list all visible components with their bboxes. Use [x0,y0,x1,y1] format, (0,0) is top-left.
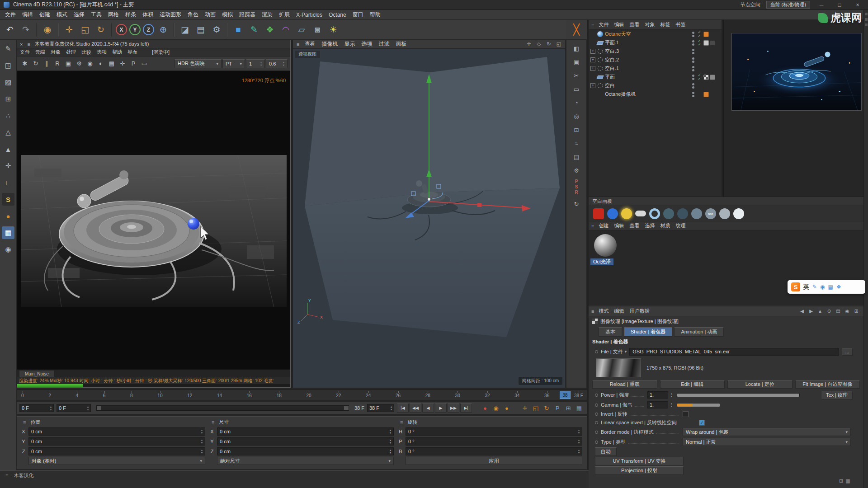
axis-x-icon[interactable]: X [116,24,127,35]
mat-menu-创建[interactable]: 创建 [596,222,611,229]
tex-button[interactable]: Tex | 纹理 [821,391,853,399]
visibility-dots[interactable] [691,57,695,63]
group-menu-icon[interactable]: ≡ [210,419,216,425]
object-row[interactable]: Octane摄像机 [589,90,722,99]
glossy-sphere-icon[interactable] [719,208,730,219]
anim-dot-icon[interactable] [595,421,598,424]
edit-button[interactable]: Edit | 编辑 [660,380,725,389]
clip-view-icon[interactable]: ✂ [571,70,582,80]
viewport-menu-查看[interactable]: 查看 [301,40,318,48]
goto-end-button[interactable]: ▶| [460,404,472,413]
layout-panel-icon[interactable]: ▦ [845,478,850,484]
border-mode-select[interactable]: Wrap around | 包裹▾ [683,428,851,436]
live-selection-icon[interactable]: ◉ [40,23,55,37]
enable-axis-icon[interactable]: ✛ [2,160,14,172]
object-name[interactable]: Octane天空 [605,31,689,38]
render-tab-main[interactable]: Main_Noise [19,370,55,377]
browse-button[interactable]: ... [842,348,853,356]
frame-tick[interactable]: 6 [103,390,106,400]
object-row[interactable]: +空白.1 [589,64,722,73]
axis-y-icon[interactable]: Y [129,24,141,35]
light-icon[interactable]: ☀ [326,23,340,37]
om-menu-书签[interactable]: 书签 [673,21,688,28]
viewport-label[interactable]: 透视视图 [295,51,320,58]
attr-menu-用户数据[interactable]: 用户数据 [627,308,652,314]
auto-button[interactable]: 自动 [595,447,617,456]
mat-menu-选择[interactable]: 选择 [642,222,657,229]
material-menu-icon[interactable]: ≡ [590,223,596,229]
current-frame-field[interactable]: 0 F▴▾ [57,404,91,412]
anim-dot-icon[interactable] [595,394,598,397]
frame-tick[interactable]: 18 [277,390,282,400]
object-row[interactable]: 平面✓✓ [589,73,722,81]
exposure-icon[interactable]: ◎ [571,111,582,121]
menu-帮助[interactable]: 帮助 [367,11,384,19]
lv-picking-icon[interactable]: ✛ [118,59,127,69]
lv-menu-选项[interactable]: 选项 [94,49,109,56]
lv-menu-云端[interactable]: 云端 [33,49,48,56]
material-thumbnail[interactable] [594,234,617,257]
tonemap-select[interactable]: HDR 色调映▾ [175,59,222,68]
coord-field-Z[interactable]: 0 cm▴▾ [217,447,394,455]
om-menu-编辑[interactable]: 编辑 [611,21,627,28]
viewport-menu-icon[interactable]: ≡ [295,42,301,47]
autokey-icon[interactable]: ◉ [491,404,501,413]
panel-divider[interactable] [722,20,723,197]
rendered-preview-image[interactable] [731,33,862,111]
live-viewer-close-icon[interactable]: × [20,42,23,47]
samples-field[interactable]: 1▴▾ [246,59,265,68]
pan-view-icon[interactable]: ✛ [524,41,533,48]
lv-pass-icon[interactable]: P [128,59,138,69]
filter-icon[interactable]: ▤ [835,308,842,315]
timeline-layout-icon[interactable]: ▦ [574,404,584,413]
om-menu-查看[interactable]: 查看 [627,21,642,28]
frame-tick[interactable]: 34 [514,390,519,400]
power-value-field[interactable]: 1. [647,391,668,399]
lv-menu-对象[interactable]: 对象 [48,49,63,56]
lv-film-icon[interactable]: ▭ [139,59,149,69]
object-name[interactable]: 平面 [605,74,689,80]
minimize-button[interactable]: ─ [815,2,828,8]
play-button[interactable]: ▶ [435,404,447,413]
fit-image-button[interactable]: Fit Image | 自适应图像 [795,380,860,389]
om-menu-文件[interactable]: 文件 [596,21,611,28]
enable-checks[interactable]: ✓✓ [697,39,702,47]
projection-button[interactable]: Projection | 投射 [595,466,684,475]
power-slider[interactable] [677,393,800,397]
status-menu-icon[interactable]: ≡ [4,472,10,478]
uv-transform-button[interactable]: UV Transform | UV 变换 [595,457,684,465]
render-view-icon[interactable]: ◪ [178,23,192,37]
coord-system-icon[interactable]: ⊕ [156,23,170,37]
timeline-playhead[interactable]: 38 [560,391,571,399]
nav-up-icon[interactable]: ▲ [816,308,824,315]
dark-sphere-icon-2[interactable] [677,208,688,219]
keyboard-icon[interactable]: ▤ [828,284,833,290]
lock-icon[interactable]: ◉ [844,308,851,315]
polygons-mode-icon[interactable]: ▲ [2,143,14,155]
new-panel-icon[interactable]: ⊞ [853,308,860,315]
frame-tick[interactable]: 16 [247,390,252,400]
menu-窗口[interactable]: 窗口 [349,11,367,19]
expand-icon[interactable]: + [590,49,595,54]
render-settings-icon[interactable]: ⚙ [209,23,224,37]
mat-menu-查看[interactable]: 查看 [627,222,642,229]
menu-编辑[interactable]: 编辑 [19,11,36,19]
live-viewer-menu-icon[interactable]: ≡ [25,42,32,47]
render-picture-icon[interactable]: ▤ [193,23,208,37]
viewer-settings-icon[interactable]: ⚙ [571,165,582,175]
octane-material-icon[interactable] [593,208,604,219]
visibility-dots[interactable] [691,83,695,89]
menu-体积[interactable]: 体积 [139,11,156,19]
frame-tick[interactable]: 28 [425,390,430,400]
gamma-value-field[interactable]: 1. [647,401,668,408]
coord-field-P[interactable]: 0 °▴▾ [406,437,582,446]
move-icon[interactable]: ✛ [62,23,76,37]
viewport-menu-过滤[interactable]: 过滤 [375,40,392,48]
menu-网格[interactable]: 网格 [105,11,122,19]
anim-dot-icon[interactable] [595,441,598,444]
visibility-dots[interactable] [691,32,695,37]
perspective-viewport[interactable]: ≡ 查看摄像机显示选项过滤面板 ✛◇↻◱ 透视视图 [293,40,565,388]
coord-field-X[interactable]: 0 cm▴▾ [217,427,394,436]
coords-mode-select[interactable]: 绝对尺寸▾ [217,457,394,465]
nav-back-icon[interactable]: ◀ [798,308,806,315]
